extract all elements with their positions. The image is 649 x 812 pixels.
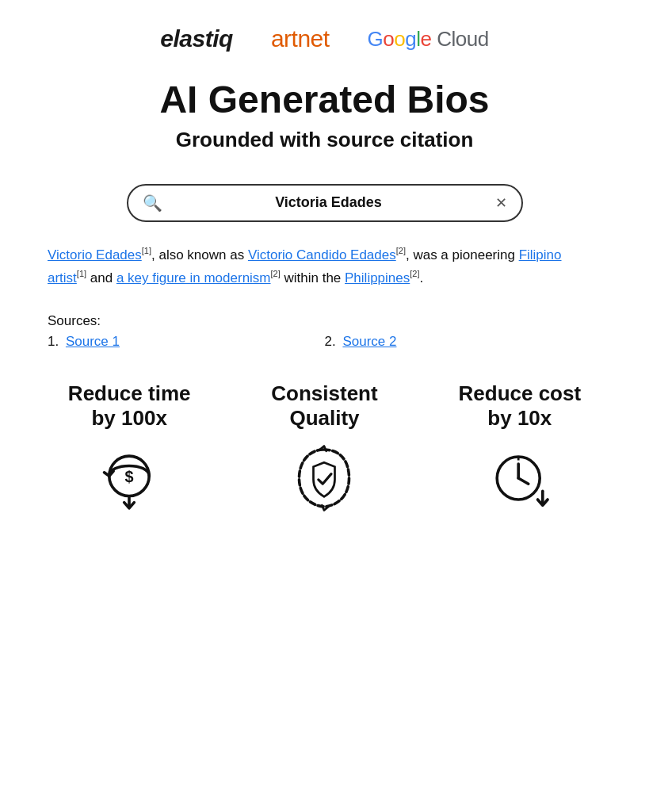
google-cloud-logo: Google Cloud <box>368 27 489 52</box>
feature-quality: Consistent Quality <box>227 381 422 513</box>
source-1-col: 1. Source 1 <box>48 334 325 350</box>
clear-icon[interactable]: ✕ <box>495 194 507 212</box>
source-2-col: 2. Source 2 <box>325 334 602 350</box>
reduce-time-title: Reduce time by 100x <box>68 381 191 431</box>
link-philippines[interactable]: Philippines <box>345 270 410 285</box>
reduce-cost-icon <box>484 442 555 514</box>
subtitle: Grounded with source citation <box>32 128 617 152</box>
bio-section: Victorio Edades[1], also known as Victor… <box>0 241 649 305</box>
bio-text: Victorio Edades[1], also known as Victor… <box>48 247 562 285</box>
quality-icon <box>288 442 360 514</box>
sources-list: 1. Source 1 2. Source 2 <box>48 334 601 350</box>
title-section: AI Generated Bios Grounded with source c… <box>0 71 649 168</box>
features-section: Reduce time by 100x $ Consistent Quality <box>0 373 649 537</box>
search-icon: 🔍 <box>143 193 162 213</box>
sources-section: Sources: 1. Source 1 2. Source 2 <box>0 305 649 373</box>
source-1-number: 1. <box>48 334 59 349</box>
main-title: AI Generated Bios <box>32 79 617 121</box>
feature-reduce-time: Reduce time by 100x $ <box>32 381 227 513</box>
quality-title: Consistent Quality <box>271 381 377 431</box>
link-victorio-edades[interactable]: Victorio Edades <box>48 247 142 262</box>
logos-section: elastiq artnet Google Cloud <box>0 0 649 71</box>
link-modernism[interactable]: a key figure in modernism <box>116 270 271 285</box>
artnet-logo: artnet <box>271 25 330 52</box>
search-bar: 🔍 ✕ <box>127 184 523 222</box>
feature-reduce-cost: Reduce cost by 10x <box>422 381 617 513</box>
link-victorio-candido[interactable]: Victorio Candido Edades <box>248 247 396 262</box>
source-2-link[interactable]: Source 2 <box>342 334 396 349</box>
sources-label: Sources: <box>48 313 601 329</box>
svg-text:$: $ <box>125 467 134 485</box>
svg-line-5 <box>518 478 529 484</box>
reduce-time-icon: $ <box>94 442 165 514</box>
reduce-cost-title: Reduce cost by 10x <box>459 381 582 431</box>
source-1-link[interactable]: Source 1 <box>66 334 120 349</box>
elastiq-logo: elastiq <box>160 25 233 52</box>
search-container: 🔍 ✕ <box>0 168 649 241</box>
source-2-number: 2. <box>325 334 336 349</box>
search-input[interactable] <box>170 194 487 211</box>
